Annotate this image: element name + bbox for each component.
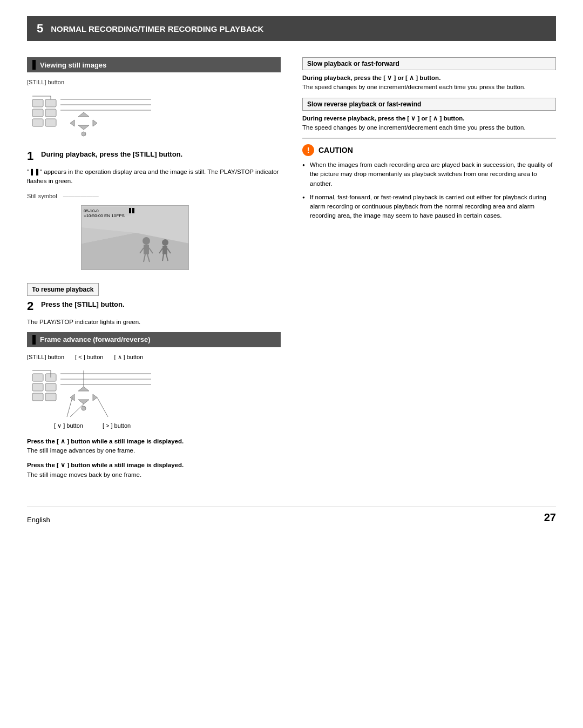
forward-instruction-normal: The still image advances by one frame. bbox=[27, 447, 135, 454]
section-bar bbox=[32, 60, 36, 70]
svg-rect-40 bbox=[45, 383, 56, 391]
device-diagram-2: [STILL] button [ < ] button [ ∧ ] button bbox=[27, 354, 281, 429]
svg-rect-35 bbox=[132, 208, 134, 213]
device-panel-svg-1 bbox=[27, 89, 157, 143]
step-2: 2 Press the [STILL] button. bbox=[27, 300, 281, 312]
svg-rect-0 bbox=[32, 99, 43, 107]
still-preview-image: 05-10-0 =10:50:00 EN 10FPS bbox=[81, 205, 189, 270]
svg-marker-48 bbox=[93, 394, 97, 401]
still-button-label-1: [STILL] button bbox=[27, 79, 281, 85]
svg-line-54 bbox=[70, 404, 84, 417]
step-2-note: The PLAY/STOP indicator lights in green. bbox=[27, 318, 281, 327]
step-1-number: 1 bbox=[27, 150, 37, 162]
caution-title: CAUTION bbox=[318, 146, 353, 154]
resume-playback-box: To resume playback bbox=[27, 283, 99, 296]
forward-instruction: Press the [ ∧ ] button while a still ima… bbox=[27, 437, 281, 456]
step-1: 1 During playback, press the [STILL] but… bbox=[27, 150, 281, 162]
caution-icon: ! bbox=[302, 144, 314, 156]
svg-point-49 bbox=[82, 406, 86, 410]
down-button-label: [ ∨ ] button bbox=[54, 422, 83, 429]
svg-text:05-10-0: 05-10-0 bbox=[84, 208, 99, 213]
language-label: English bbox=[27, 516, 50, 524]
reverse-instruction-normal: The still image moves back by one frame. bbox=[27, 471, 141, 478]
svg-point-19 bbox=[143, 237, 150, 245]
svg-rect-5 bbox=[45, 119, 56, 126]
slow-playback-instruction: During playback, press the [ ∨ ] or [ ∧ … bbox=[302, 73, 556, 92]
svg-rect-34 bbox=[129, 208, 131, 213]
caution-header: ! CAUTION bbox=[302, 144, 556, 156]
still-preview-svg: 05-10-0 =10:50:00 EN 10FPS bbox=[82, 206, 189, 270]
page-number: 27 bbox=[544, 511, 556, 524]
step-2-number: 2 bbox=[27, 300, 37, 312]
svg-text:=10:50:00 EN   10FPS: =10:50:00 EN 10FPS bbox=[84, 213, 125, 218]
svg-rect-26 bbox=[162, 246, 167, 254]
svg-rect-1 bbox=[32, 109, 43, 117]
chapter-number: 5 bbox=[37, 22, 43, 36]
svg-marker-12 bbox=[93, 120, 97, 126]
section-title-frame: Frame advance (forward/reverse) bbox=[40, 335, 150, 343]
svg-line-55 bbox=[97, 397, 108, 417]
slow-reverse-header: Slow reverse playback or fast-rewind bbox=[302, 98, 556, 111]
forward-instruction-bold: Press the [ ∧ ] button while a still ima… bbox=[27, 438, 184, 444]
svg-marker-11 bbox=[70, 120, 74, 126]
svg-marker-9 bbox=[78, 112, 89, 117]
caution-item-2: If normal, fast-forward, or fast-rewind … bbox=[302, 193, 556, 221]
left-column: Viewing still images [STILL] button bbox=[27, 57, 281, 485]
svg-rect-20 bbox=[144, 245, 149, 254]
step-2-text: Press the [STILL] button. bbox=[41, 300, 125, 312]
section-header-viewing: Viewing still images bbox=[27, 57, 281, 72]
svg-rect-38 bbox=[32, 393, 43, 401]
resume-playback-label: To resume playback bbox=[32, 286, 94, 293]
page-header: 5 NORMAL RECORDING/TIMER RECORDING PLAYB… bbox=[27, 16, 556, 41]
device-diagram-top: [STILL] button bbox=[27, 79, 281, 143]
caution-item-1: When the images from each recording area… bbox=[302, 160, 556, 188]
svg-rect-36 bbox=[32, 374, 43, 381]
less-button-label: [ < ] button bbox=[75, 354, 103, 361]
section-header-frame: Frame advance (forward/reverse) bbox=[27, 332, 281, 347]
section-title-viewing: Viewing still images bbox=[40, 61, 106, 69]
slow-reverse-instruction: During reverse playback, press the [ ∨ ]… bbox=[302, 114, 556, 133]
caution-section: ! CAUTION When the images from each reco… bbox=[302, 138, 556, 221]
up-button-label: [ ∧ ] button bbox=[114, 354, 143, 361]
svg-rect-37 bbox=[32, 383, 43, 391]
page-footer: English 27 bbox=[27, 507, 556, 524]
svg-point-13 bbox=[82, 132, 86, 136]
svg-line-52 bbox=[67, 397, 72, 417]
svg-marker-45 bbox=[78, 387, 89, 391]
svg-rect-3 bbox=[45, 99, 56, 107]
reverse-instruction: Press the [ ∨ ] button while a still ima… bbox=[27, 461, 281, 480]
page-title: NORMAL RECORDING/TIMER RECORDING PLAYBAC… bbox=[51, 24, 263, 33]
svg-rect-2 bbox=[32, 119, 43, 126]
right-button-label: [ > ] button bbox=[103, 422, 131, 429]
still-symbol-label: Still symbol —————— bbox=[27, 193, 99, 199]
still-preview-container: Still symbol —————— bbox=[27, 192, 281, 275]
svg-point-25 bbox=[162, 239, 168, 246]
step-1-note: "❚❚" appears in the operation display ar… bbox=[27, 167, 281, 186]
reverse-instruction-bold: Press the [ ∨ ] button while a still ima… bbox=[27, 462, 184, 468]
main-content: Viewing still images [STILL] button bbox=[27, 57, 556, 485]
still-button-label-2: [STILL] button bbox=[27, 354, 64, 361]
svg-marker-46 bbox=[78, 400, 89, 404]
slow-playback-header: Slow playback or fast-forward bbox=[302, 57, 556, 70]
caution-list: When the images from each recording area… bbox=[302, 160, 556, 221]
svg-rect-4 bbox=[45, 109, 56, 117]
device-panel-svg-2 bbox=[27, 363, 157, 422]
right-column: Slow playback or fast-forward During pla… bbox=[302, 57, 556, 485]
step-1-text: During playback, press the [STILL] butto… bbox=[41, 150, 182, 162]
svg-marker-10 bbox=[78, 125, 89, 130]
svg-rect-41 bbox=[45, 393, 56, 401]
section-bar-2 bbox=[32, 335, 36, 345]
